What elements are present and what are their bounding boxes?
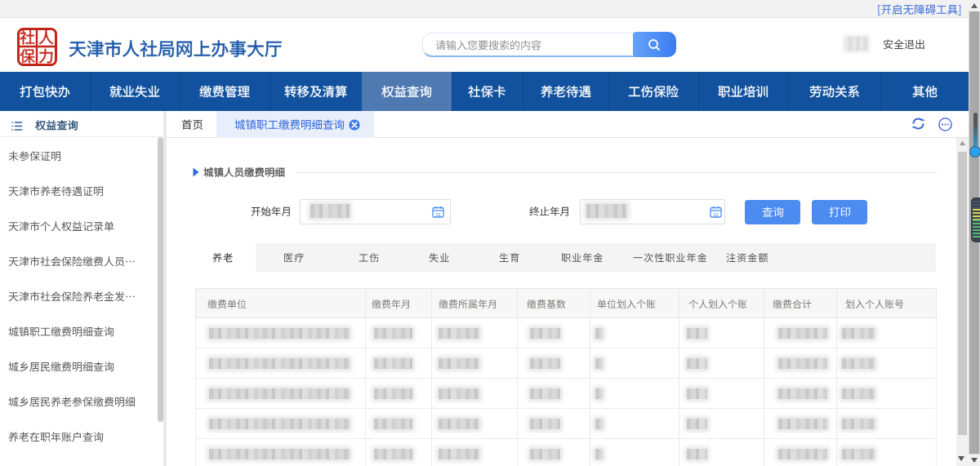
svg-text:31: 31 — [713, 212, 719, 217]
svg-text:31: 31 — [435, 212, 441, 217]
